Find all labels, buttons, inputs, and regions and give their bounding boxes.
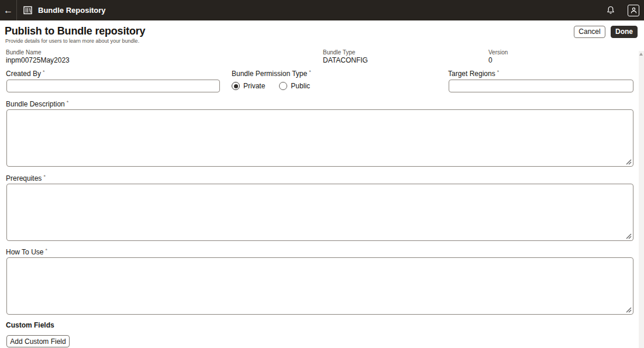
notifications-bell-icon[interactable] [602, 0, 619, 20]
required-marker: * [43, 69, 45, 75]
bundle-permission-type-label: Bundle Permission Type* [232, 69, 311, 78]
created-by-input[interactable] [6, 80, 220, 92]
version-value: 0 [488, 56, 493, 64]
bundle-type-value: DATACONFIG [323, 56, 368, 64]
how-to-use-label: How To Use* [6, 247, 47, 256]
bundle-description-label: Bundle Description* [6, 99, 68, 108]
done-button[interactable]: Done [611, 26, 638, 38]
required-marker: * [67, 99, 69, 105]
page-subtitle: Provide details for users to learn more … [5, 38, 139, 44]
created-by-label: Created By* [6, 69, 45, 78]
bundle-name-label: Bundle Name [6, 49, 42, 56]
bundle-description-textarea[interactable] [6, 109, 633, 167]
prerequites-label: Prerequites* [6, 174, 46, 182]
user-avatar-icon[interactable] [628, 5, 639, 16]
required-marker: * [497, 69, 500, 75]
radio-unselected-icon [279, 82, 287, 90]
bundle-name-value: inpm00725May2023 [6, 56, 70, 64]
required-marker: * [45, 247, 47, 253]
app-header: ← Bundle Repository [0, 0, 644, 20]
app-title: Bundle Repository [38, 6, 106, 15]
bundle-repository-icon [23, 6, 32, 15]
custom-fields-heading: Custom Fields [6, 321, 54, 329]
bundle-type-label: Bundle Type [323, 49, 355, 56]
page-title: Publish to Bundle repository [5, 25, 145, 37]
version-label: Version [488, 49, 508, 56]
radio-public[interactable]: Public [279, 82, 310, 90]
how-to-use-textarea[interactable] [6, 257, 633, 315]
add-custom-field-button[interactable]: Add Custom Field [6, 335, 70, 347]
radio-private[interactable]: Private [232, 82, 265, 90]
bundle-permission-type-radio-group: Private Public [232, 82, 310, 90]
radio-selected-icon [232, 82, 240, 90]
prerequites-textarea[interactable] [6, 184, 633, 241]
vertical-scrollbar[interactable] [639, 51, 644, 348]
header-divider [16, 0, 17, 20]
required-marker: * [309, 69, 311, 75]
target-regions-input[interactable] [449, 80, 633, 92]
cancel-button[interactable]: Cancel [574, 26, 605, 38]
required-marker: * [43, 174, 46, 180]
back-icon[interactable]: ← [0, 0, 16, 20]
target-regions-label: Target Regions* [448, 69, 499, 78]
scrollbar-up-arrow-icon[interactable] [639, 53, 643, 56]
